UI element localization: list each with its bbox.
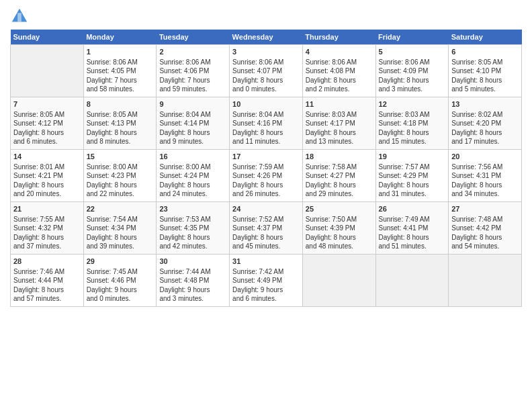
day-number: 18: [306, 152, 373, 162]
day-info-line: Sunrise: 8:03 AM: [306, 110, 373, 120]
day-info-line: Sunset: 4:49 PM: [232, 276, 300, 285]
day-number: 30: [159, 257, 226, 267]
day-number: 4: [306, 47, 373, 57]
day-info-line: and 37 minutes.: [13, 242, 81, 251]
day-info-line: Sunrise: 8:05 AM: [87, 110, 154, 120]
calendar-cell: 9Sunrise: 8:04 AMSunset: 4:14 PMDaylight…: [157, 97, 230, 150]
day-info-line: Sunset: 4:24 PM: [159, 171, 226, 181]
day-info-line: Sunset: 4:35 PM: [159, 224, 226, 233]
day-number: 2: [159, 47, 226, 57]
day-info-line: and 51 minutes.: [379, 242, 446, 251]
day-info-line: and 2 minutes.: [306, 85, 373, 94]
day-info-line: Sunrise: 8:02 AM: [451, 110, 519, 120]
day-info-line: Daylight: 8 hours: [87, 233, 154, 242]
day-info-line: Sunrise: 8:06 AM: [232, 58, 300, 67]
day-info-line: Sunset: 4:12 PM: [13, 119, 81, 128]
day-info-line: Daylight: 8 hours: [159, 181, 226, 190]
week-row-5: 28Sunrise: 7:46 AMSunset: 4:44 PMDayligh…: [11, 255, 522, 307]
day-info-line: Sunset: 4:44 PM: [13, 276, 81, 285]
day-info-line: Sunrise: 7:53 AM: [159, 215, 226, 224]
calendar-cell: 20Sunrise: 7:56 AMSunset: 4:31 PMDayligh…: [449, 150, 522, 202]
calendar-cell: 16Sunrise: 8:00 AMSunset: 4:24 PMDayligh…: [157, 150, 230, 202]
day-info-line: Sunset: 4:13 PM: [87, 119, 154, 128]
day-number: 21: [13, 204, 81, 214]
day-info-line: Daylight: 8 hours: [451, 76, 519, 85]
day-info-line: and 9 minutes.: [159, 137, 226, 146]
day-header-sunday: Sunday: [11, 30, 84, 45]
day-info-line: Sunrise: 7:55 AM: [13, 215, 81, 224]
day-info-line: Sunset: 4:41 PM: [379, 224, 446, 233]
day-number: 24: [232, 204, 300, 214]
day-info-line: and 39 minutes.: [87, 242, 154, 251]
calendar-cell: 19Sunrise: 7:57 AMSunset: 4:29 PMDayligh…: [375, 150, 449, 202]
day-header-wednesday: Wednesday: [230, 30, 303, 45]
day-info-line: Sunset: 4:20 PM: [451, 119, 519, 128]
day-info-line: and 59 minutes.: [159, 85, 226, 94]
calendar-cell: 26Sunrise: 7:49 AMSunset: 4:41 PMDayligh…: [375, 202, 449, 255]
day-info-line: Sunset: 4:23 PM: [87, 171, 154, 181]
calendar-cell: 28Sunrise: 7:46 AMSunset: 4:44 PMDayligh…: [11, 255, 84, 307]
day-info-line: Sunrise: 8:05 AM: [13, 110, 81, 120]
day-number: 31: [232, 257, 300, 267]
day-number: 26: [379, 204, 446, 214]
day-info-line: Daylight: 8 hours: [13, 233, 81, 242]
day-info-line: Daylight: 8 hours: [451, 233, 519, 242]
day-number: 23: [159, 204, 226, 214]
day-number: 22: [87, 204, 154, 214]
day-info-line: Daylight: 8 hours: [379, 128, 446, 138]
day-info-line: and 22 minutes.: [87, 189, 154, 199]
day-info-line: Sunset: 4:46 PM: [87, 276, 154, 285]
day-info-line: Sunrise: 7:49 AM: [379, 215, 446, 224]
calendar-cell: [375, 255, 449, 307]
day-info-line: Sunrise: 7:57 AM: [379, 163, 446, 172]
day-number: 15: [87, 152, 154, 162]
day-number: 8: [87, 99, 154, 109]
day-number: 13: [451, 99, 519, 109]
calendar-cell: 5Sunrise: 8:06 AMSunset: 4:09 PMDaylight…: [375, 45, 449, 97]
day-info-line: Daylight: 8 hours: [87, 128, 154, 138]
day-info-line: Daylight: 8 hours: [379, 181, 446, 190]
day-info-line: Sunset: 4:32 PM: [13, 224, 81, 233]
calendar-cell: [302, 255, 375, 307]
day-info-line: Daylight: 7 hours: [87, 76, 154, 85]
day-header-thursday: Thursday: [302, 30, 375, 45]
day-info-line: Sunrise: 8:06 AM: [379, 58, 446, 67]
day-info-line: Daylight: 8 hours: [379, 76, 446, 85]
day-info-line: and 6 minutes.: [232, 294, 300, 304]
header-row: SundayMondayTuesdayWednesdayThursdayFrid…: [11, 30, 522, 45]
day-number: 19: [379, 152, 446, 162]
day-header-saturday: Saturday: [449, 30, 522, 45]
day-number: 10: [232, 99, 300, 109]
day-info-line: and 48 minutes.: [306, 242, 373, 251]
day-info-line: and 15 minutes.: [379, 137, 446, 146]
calendar-cell: 1Sunrise: 8:06 AMSunset: 4:05 PMDaylight…: [83, 45, 157, 97]
day-info-line: Sunrise: 8:04 AM: [232, 110, 300, 120]
calendar-table: SundayMondayTuesdayWednesdayThursdayFrid…: [10, 30, 522, 307]
day-number: 7: [13, 99, 81, 109]
day-info-line: and 20 minutes.: [13, 189, 81, 199]
day-info-line: and 42 minutes.: [159, 242, 226, 251]
day-info-line: Sunrise: 7:58 AM: [306, 163, 373, 172]
calendar-cell: 17Sunrise: 7:59 AMSunset: 4:26 PMDayligh…: [230, 150, 303, 202]
day-number: 3: [232, 47, 300, 57]
day-info-line: Sunrise: 8:06 AM: [87, 58, 154, 67]
day-info-line: Sunrise: 8:05 AM: [451, 58, 519, 67]
day-number: 6: [451, 47, 519, 57]
day-info-line: Sunrise: 8:03 AM: [379, 110, 446, 120]
day-info-line: and 0 minutes.: [232, 85, 300, 94]
day-info-line: Sunset: 4:18 PM: [379, 119, 446, 128]
day-info-line: Sunset: 4:07 PM: [232, 66, 300, 76]
day-info-line: Sunset: 4:16 PM: [232, 119, 300, 128]
day-number: 20: [451, 152, 519, 162]
day-info-line: Sunset: 4:14 PM: [159, 119, 226, 128]
day-info-line: Sunset: 4:37 PM: [232, 224, 300, 233]
day-info-line: and 8 minutes.: [87, 137, 154, 146]
logo-icon: [10, 7, 29, 26]
calendar-cell: 11Sunrise: 8:03 AMSunset: 4:17 PMDayligh…: [302, 97, 375, 150]
day-info-line: Sunset: 4:42 PM: [451, 224, 519, 233]
day-info-line: Sunrise: 8:00 AM: [87, 163, 154, 172]
day-info-line: Daylight: 8 hours: [232, 181, 300, 190]
day-info-line: Sunset: 4:21 PM: [13, 171, 81, 181]
calendar-cell: 27Sunrise: 7:48 AMSunset: 4:42 PMDayligh…: [449, 202, 522, 255]
day-number: 28: [13, 257, 81, 267]
